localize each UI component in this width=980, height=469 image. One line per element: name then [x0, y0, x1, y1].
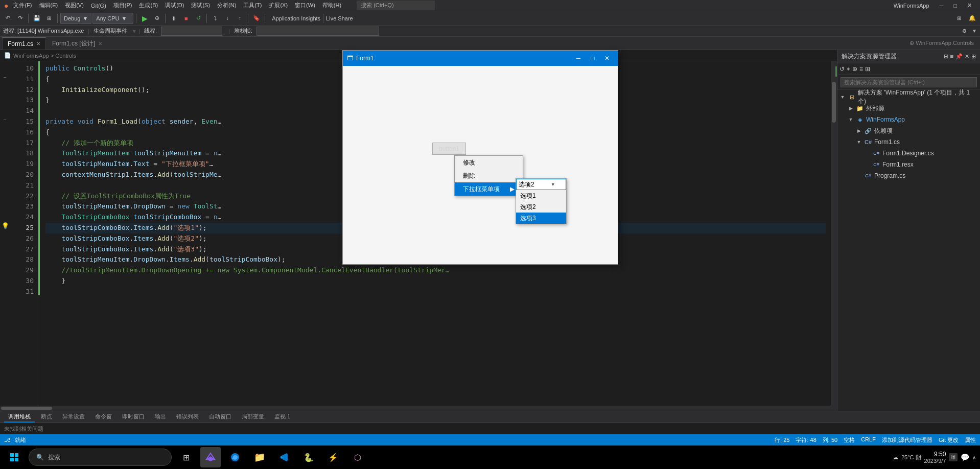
se-tb-btn3[interactable]: ⊕ — [852, 65, 857, 73]
sub-option-3[interactable]: 选项3 — [516, 213, 566, 224]
bottom-tab-locals[interactable]: 局部变量 — [238, 412, 268, 423]
tree-form1designer[interactable]: C# Form1.Designer.cs — [837, 148, 980, 159]
attach-btn[interactable]: ⊕ — [151, 13, 162, 24]
tab-extra-btn[interactable]: ⊕ WinFormsApp.Controls — [905, 40, 978, 46]
app3-taskbar-btn[interactable]: ⬡ — [347, 447, 368, 467]
close-icon[interactable]: ✕ — [963, 2, 976, 9]
redo-btn[interactable]: ↷ — [14, 13, 26, 24]
app-menu-extensions[interactable]: 扩展(X) — [267, 2, 290, 9]
taskview-btn[interactable]: ⊞ — [176, 447, 196, 467]
app-menu-project[interactable]: 项目(P) — [111, 2, 134, 9]
tab-form1cs-close[interactable]: ✕ — [36, 41, 40, 46]
se-tb-btn4[interactable]: ≡ — [859, 65, 863, 73]
step-into-btn[interactable]: ↓ — [222, 13, 233, 24]
tree-deps[interactable]: ▶ 🔗 依赖项 — [837, 125, 980, 136]
se-search-input[interactable] — [841, 77, 977, 87]
pause-btn[interactable]: ⏸ — [168, 13, 179, 24]
h-scrollbar[interactable] — [0, 406, 837, 411]
cpu-dropdown[interactable]: Any CPU ▼ — [92, 13, 133, 24]
system-tray-expand[interactable]: ∧ — [972, 455, 976, 460]
form1-restore-btn[interactable]: □ — [586, 53, 599, 63]
tab-form1cs-design-close[interactable]: ✕ — [98, 41, 102, 46]
edge-taskbar-btn[interactable] — [225, 447, 245, 467]
tree-programcs[interactable]: C# Program.cs — [837, 170, 980, 181]
search-box[interactable]: 搜索 (Ctrl+Q) — [357, 1, 434, 10]
ctx-submenu[interactable]: 下拉框菜单项 ▶ — [455, 182, 523, 196]
taskbar-search[interactable]: 🔍 搜索 — [29, 449, 172, 466]
bottom-tab-breakpoints[interactable]: 断点 — [37, 412, 56, 423]
status-properties[interactable]: 属性 — [965, 436, 976, 444]
clock[interactable]: 9:50 2023/9/7 — [924, 451, 946, 464]
h-scrollbar-thumb[interactable] — [1, 407, 52, 410]
bottom-tab-exceptions[interactable]: 异常设置 — [58, 412, 89, 423]
ctx-modify[interactable]: 修改 — [455, 156, 523, 169]
vscode-taskbar-btn[interactable] — [274, 447, 294, 467]
app-menu-window[interactable]: 窗口(W) — [293, 2, 317, 9]
bottom-tab-auto[interactable]: 自动窗口 — [205, 412, 236, 423]
live-share-label[interactable]: Live Share — [326, 15, 353, 21]
bottom-tab-immediate[interactable]: 即时窗口 — [118, 412, 149, 423]
editor-scrollbar[interactable] — [831, 61, 837, 406]
se-tb-btn5[interactable]: ⊞ — [865, 65, 870, 73]
form1-minimize-btn[interactable]: ─ — [572, 53, 585, 63]
tree-project[interactable]: ▼ ◈ WinFormsApp — [837, 114, 980, 125]
app-menu-debug[interactable]: 调试(D) — [163, 2, 186, 9]
minimize-icon[interactable]: ─ — [936, 3, 948, 9]
app-menu-help[interactable]: 帮助(H) — [320, 2, 343, 9]
save-all-btn[interactable]: ⊞ — [43, 13, 55, 24]
app-menu-file[interactable]: 文件(F) — [11, 2, 34, 9]
app-menu-git[interactable]: Git(G) — [89, 3, 108, 9]
bookmark-btn[interactable]: 🔖 — [251, 13, 262, 24]
restart-btn[interactable]: ↺ — [193, 13, 204, 24]
app2-taskbar-btn[interactable]: ⚡ — [323, 447, 343, 467]
bottom-tab-command[interactable]: 命令窗 — [91, 412, 116, 423]
form1-close-btn[interactable]: ✕ — [600, 53, 614, 63]
form-button1[interactable]: button1 — [432, 143, 466, 155]
app-menu-view[interactable]: 视图(V) — [63, 2, 86, 9]
ctx-delete[interactable]: 删除 — [455, 169, 523, 182]
stop-btn[interactable]: ■ — [180, 13, 192, 24]
se-btn1[interactable]: ⊞ — [944, 53, 948, 60]
folder-taskbar-btn[interactable]: 📁 — [249, 447, 270, 467]
app-menu-build[interactable]: 生成(B) — [137, 2, 160, 9]
app-menu-analyze[interactable]: 分析(N) — [215, 2, 238, 9]
step-over-btn[interactable]: ⤵ — [209, 13, 221, 24]
start-menu-btn[interactable] — [4, 447, 25, 467]
lang-indicator[interactable]: Itl — [949, 453, 958, 461]
tree-form1resx[interactable]: C# Form1.resx — [837, 159, 980, 170]
settings-btn[interactable]: ⚙ — [959, 26, 970, 37]
sub-option-2[interactable]: 选项2 — [516, 201, 566, 213]
collapse-11[interactable]: − — [4, 75, 7, 80]
panel-toggle-btn[interactable]: ⊞ — [953, 13, 965, 24]
se-tb-btn1[interactable]: ↺ — [839, 65, 845, 73]
tab-form1cs[interactable]: Form1.cs ✕ — [2, 37, 46, 50]
app1-taskbar-btn[interactable]: 🐍 — [298, 447, 319, 467]
vs-taskbar-btn[interactable] — [200, 447, 221, 467]
collapse-15[interactable]: − — [4, 117, 7, 123]
bottom-tab-output[interactable]: 输出 — [151, 412, 170, 423]
restore-icon[interactable]: □ — [949, 3, 961, 9]
app-menu-tools[interactable]: 工具(T) — [241, 2, 264, 9]
app-menu-edit[interactable]: 编辑(E) — [37, 2, 60, 9]
se-pin-btn[interactable]: 📌 — [955, 53, 963, 60]
notifications-btn[interactable]: 🔔 — [967, 13, 978, 24]
save-btn[interactable]: 💾 — [31, 13, 42, 24]
bottom-tab-watch1[interactable]: 监视 1 — [270, 412, 294, 423]
se-expand-btn[interactable]: ⊞ — [971, 53, 976, 60]
status-git[interactable]: 添加到源代码管理器 — [882, 436, 932, 444]
se-btn2[interactable]: ≡ — [950, 53, 953, 60]
sub-dropdown[interactable]: 选项2 ▼ — [516, 179, 566, 190]
se-tb-btn2[interactable]: ⌖ — [847, 65, 850, 73]
app-menu-test[interactable]: 测试(S) — [189, 2, 212, 9]
notification-icon[interactable]: 💬 — [961, 453, 969, 461]
step-out-btn[interactable]: ↑ — [234, 13, 245, 24]
undo-btn[interactable]: ↶ — [2, 13, 13, 24]
tree-form1cs[interactable]: ▼ C# Form1.cs — [837, 136, 980, 148]
bottom-tab-callstack[interactable]: 调用堆栈 — [4, 412, 35, 423]
se-close-btn[interactable]: ✕ — [965, 53, 969, 60]
sub-option-1[interactable]: 选项1 — [516, 190, 566, 201]
bottom-tab-errors[interactable]: 错误列表 — [172, 412, 203, 423]
start-btn[interactable]: ▶ — [139, 13, 150, 24]
form1-body[interactable]: button1 修改 删除 下拉框菜单项 ▶ 选项2 ▼ 选项1 — [343, 66, 618, 264]
tree-solution[interactable]: ▼ ⊞ 解决方案 'WinFormsApp' (1 个项目，共 1 个) — [837, 91, 980, 103]
